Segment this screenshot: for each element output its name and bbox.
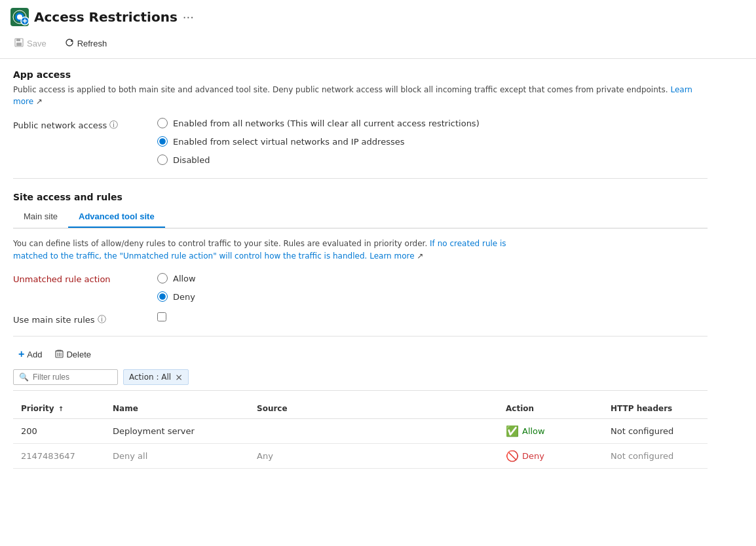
page-header: Access Restrictions ··· bbox=[0, 0, 756, 31]
table-row[interactable]: 200Deployment server✅AllowNot configured bbox=[13, 419, 708, 444]
external-link-icon: ↗ bbox=[36, 97, 43, 106]
table-header-row: Priority ↑ Name Source Action HTTP heade… bbox=[13, 399, 708, 419]
save-button[interactable]: Save bbox=[10, 35, 50, 52]
radio-enabled-all-input[interactable] bbox=[157, 118, 168, 128]
col-header-name: Name bbox=[105, 399, 249, 419]
col-header-priority: Priority ↑ bbox=[13, 399, 105, 419]
tab-advanced-tool-site[interactable]: Advanced tool site bbox=[68, 206, 165, 228]
cell-source-0 bbox=[249, 419, 498, 444]
save-icon bbox=[14, 38, 24, 49]
col-header-http: HTTP headers bbox=[603, 399, 708, 419]
use-main-site-info-icon: ⓘ bbox=[98, 314, 106, 325]
add-rule-button[interactable]: + Add bbox=[13, 346, 47, 363]
radio-disabled[interactable]: Disabled bbox=[157, 155, 480, 165]
cell-priority-0: 200 bbox=[13, 419, 105, 444]
toolbar: Save Refresh bbox=[0, 31, 756, 59]
public-network-field: Public network access ⓘ Enabled from all… bbox=[13, 118, 708, 165]
add-delete-toolbar: + Add Delete bbox=[13, 346, 708, 363]
col-header-source: Source bbox=[249, 399, 498, 419]
public-network-info-icon: ⓘ bbox=[109, 119, 118, 131]
site-access-tabs: Main site Advanced tool site bbox=[13, 206, 708, 228]
radio-disabled-input[interactable] bbox=[157, 155, 168, 165]
site-access-learn-more[interactable]: Learn more bbox=[369, 251, 414, 261]
site-access-info: You can define lists of allow/deny rules… bbox=[13, 238, 537, 263]
svg-rect-6 bbox=[16, 39, 20, 41]
delete-rule-button[interactable]: Delete bbox=[50, 346, 96, 363]
cell-name-1: Deny all bbox=[105, 444, 249, 469]
delete-label: Delete bbox=[66, 350, 91, 359]
tab-main-site[interactable]: Main site bbox=[13, 206, 68, 228]
more-options-icon[interactable]: ··· bbox=[183, 10, 194, 24]
site-access-external-icon: ↗ bbox=[417, 251, 423, 261]
allow-icon: ✅ bbox=[506, 425, 519, 437]
add-label: Add bbox=[27, 350, 42, 359]
svg-rect-7 bbox=[16, 43, 22, 46]
cell-action-0: ✅Allow bbox=[498, 419, 603, 444]
rules-divider bbox=[13, 336, 708, 337]
unmatched-rule-label: Unmatched rule action bbox=[13, 274, 131, 284]
radio-enabled-select[interactable]: Enabled from select virtual networks and… bbox=[157, 136, 480, 147]
refresh-icon bbox=[65, 38, 74, 49]
refresh-label: Refresh bbox=[77, 39, 107, 48]
page-title: Access Restrictions bbox=[34, 9, 178, 25]
table-row[interactable]: 2147483647Deny allAny🚫DenyNot configured bbox=[13, 444, 708, 469]
content-area: App access Public access is applied to b… bbox=[0, 59, 721, 479]
app-access-section: App access Public access is applied to b… bbox=[13, 69, 708, 165]
section-divider bbox=[13, 178, 708, 179]
radio-unmatched-deny[interactable]: Deny bbox=[157, 291, 196, 302]
cell-source-1: Any bbox=[249, 444, 498, 469]
deny-icon: 🚫 bbox=[506, 450, 519, 462]
filter-search-icon: 🔍 bbox=[19, 373, 29, 382]
radio-unmatched-deny-input[interactable] bbox=[157, 291, 168, 302]
site-access-title: Site access and rules bbox=[13, 192, 708, 202]
filter-tag-close[interactable]: × bbox=[175, 372, 183, 382]
use-main-site-checkbox[interactable] bbox=[157, 312, 166, 321]
cell-priority-1: 2147483647 bbox=[13, 444, 105, 469]
sort-arrow-icon: ↑ bbox=[58, 405, 64, 412]
save-label: Save bbox=[27, 39, 47, 48]
public-network-label: Public network access ⓘ bbox=[13, 119, 131, 131]
app-access-title: App access bbox=[13, 69, 708, 80]
use-main-site-field: Use main site rules ⓘ bbox=[13, 312, 708, 325]
filter-bar: 🔍 Action : All × bbox=[13, 369, 708, 391]
cell-http-1: Not configured bbox=[603, 444, 708, 469]
cell-http-0: Not configured bbox=[603, 419, 708, 444]
radio-enabled-select-input[interactable] bbox=[157, 136, 168, 147]
delete-icon bbox=[55, 349, 64, 360]
filter-input-wrap: 🔍 bbox=[13, 369, 118, 385]
app-access-desc: Public access is applied to both main si… bbox=[13, 84, 708, 107]
radio-enabled-all[interactable]: Enabled from all networks (This will cle… bbox=[157, 118, 480, 128]
unmatched-rule-radio-group: Allow Deny bbox=[157, 273, 196, 302]
col-header-action: Action bbox=[498, 399, 603, 419]
cell-name-0: Deployment server bbox=[105, 419, 249, 444]
radio-unmatched-allow-input[interactable] bbox=[157, 273, 168, 283]
filter-rules-input[interactable] bbox=[33, 373, 111, 382]
refresh-button[interactable]: Refresh bbox=[61, 35, 111, 52]
radio-unmatched-allow[interactable]: Allow bbox=[157, 273, 196, 283]
unmatched-rule-field: Unmatched rule action Allow Deny bbox=[13, 273, 708, 302]
add-icon: + bbox=[18, 348, 24, 360]
use-main-site-checkbox-wrap bbox=[157, 312, 166, 321]
cell-action-1: 🚫Deny bbox=[498, 444, 603, 469]
filter-action-tag: Action : All × bbox=[123, 369, 189, 385]
site-access-section: Site access and rules Main site Advanced… bbox=[13, 192, 708, 469]
app-icon bbox=[10, 8, 29, 26]
public-network-radio-group: Enabled from all networks (This will cle… bbox=[157, 118, 480, 165]
rules-table: Priority ↑ Name Source Action HTTP heade… bbox=[13, 399, 708, 469]
use-main-site-label: Use main site rules ⓘ bbox=[13, 314, 131, 325]
